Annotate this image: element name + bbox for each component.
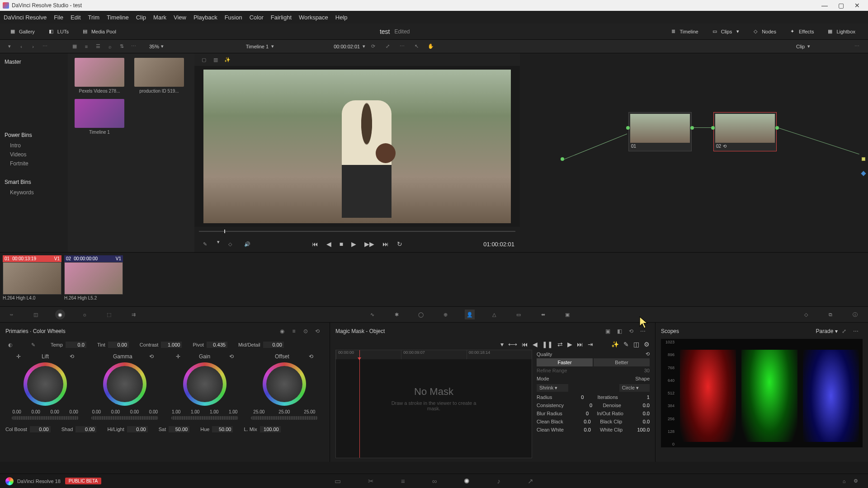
- shape-select[interactable]: Circle ▾: [619, 384, 650, 392]
- nodes-button[interactable]: ◇Nodes: [747, 26, 781, 37]
- reset-icon[interactable]: ⟲: [312, 326, 322, 336]
- settings-icon[interactable]: ⚙: [644, 341, 650, 348]
- more-icon[interactable]: ⋯: [638, 326, 648, 336]
- pivot-input[interactable]: [207, 342, 227, 348]
- menu-edit[interactable]: Edit: [71, 14, 80, 21]
- page-color-icon[interactable]: ✺: [464, 477, 470, 485]
- middetail-input[interactable]: [263, 342, 284, 348]
- media-clip[interactable]: Timeline 1: [72, 99, 127, 135]
- power-bins-header[interactable]: Power Bins: [3, 130, 65, 140]
- lmix-input[interactable]: [260, 426, 281, 432]
- graph-alpha-out-icon[interactable]: [861, 171, 866, 176]
- menu-file[interactable]: File: [54, 14, 63, 21]
- radius-value[interactable]: 0: [566, 394, 584, 400]
- master-bin[interactable]: Master: [3, 57, 65, 67]
- nav-back-icon[interactable]: ‹: [16, 42, 26, 52]
- smart-bins-header[interactable]: Smart Bins: [3, 177, 65, 187]
- viewer-timecode[interactable]: 00:00:02:01: [334, 44, 360, 49]
- menu-mark[interactable]: Mark: [153, 14, 166, 21]
- scope-expand-icon[interactable]: ⤢: [839, 326, 849, 336]
- lift-wheel[interactable]: [24, 362, 67, 406]
- more-icon[interactable]: ⋯: [397, 42, 407, 52]
- magic-mask-icon[interactable]: 👤: [465, 310, 475, 319]
- maximize-button[interactable]: ▢: [833, 0, 849, 11]
- scopes-icon[interactable]: ⧉: [826, 310, 835, 319]
- bclp-value[interactable]: 0.0: [632, 419, 650, 424]
- prev-frame-icon[interactable]: ◀: [326, 240, 331, 248]
- range-icon[interactable]: ⟷: [508, 341, 517, 348]
- cwht-value[interactable]: 0.0: [573, 427, 591, 432]
- quality-better[interactable]: Better: [594, 358, 650, 366]
- audio-icon[interactable]: 🔊: [242, 239, 252, 249]
- auto-balance-icon[interactable]: ◐: [5, 340, 15, 350]
- menu-workspace[interactable]: Workspace: [299, 14, 328, 21]
- viewer-scrubber[interactable]: [194, 227, 520, 236]
- track-last-icon[interactable]: ⏭: [577, 341, 583, 348]
- gallery-button[interactable]: ▦Gallery: [5, 26, 39, 37]
- chevron-down-icon[interactable]: ▾: [363, 43, 365, 49]
- blur-value[interactable]: 0: [571, 411, 589, 416]
- sat-input[interactable]: [169, 426, 189, 432]
- bypass-icon[interactable]: ⟳: [368, 42, 378, 52]
- page-deliver-icon[interactable]: ↗: [528, 477, 533, 485]
- qualifier-icon[interactable]: ✎: [200, 239, 210, 249]
- mode-select[interactable]: Shrink ▾: [537, 384, 568, 392]
- log-mode-icon[interactable]: ⊙: [301, 326, 311, 336]
- chevron-down-icon[interactable]: ▾: [835, 328, 838, 334]
- loop-icon[interactable]: ↻: [397, 240, 402, 248]
- qualifier-icon[interactable]: ✱: [392, 310, 401, 319]
- last-frame-icon[interactable]: ⏭: [382, 240, 389, 248]
- project-settings-icon[interactable]: ⚙: [851, 476, 861, 486]
- effects-button[interactable]: ✦Effects: [784, 26, 818, 37]
- quality-faster[interactable]: Faster: [537, 358, 593, 366]
- bin-dropdown-icon[interactable]: ▾: [5, 42, 14, 52]
- 3d-icon[interactable]: ▣: [562, 310, 572, 319]
- viewer-frame[interactable]: [194, 66, 520, 227]
- hue-input[interactable]: [212, 426, 233, 432]
- reset-icon[interactable]: ⟲: [309, 353, 313, 360]
- node-02[interactable]: 02⟲: [713, 112, 777, 151]
- chevron-down-icon[interactable]: ▾: [807, 43, 810, 49]
- den-value[interactable]: 0.0: [632, 403, 650, 408]
- view-thumbs-icon[interactable]: ▦: [70, 42, 80, 52]
- gain-jog[interactable]: [171, 416, 238, 420]
- lift-jog[interactable]: [12, 416, 79, 420]
- page-fusion-icon[interactable]: ∞: [432, 477, 437, 485]
- temp-input[interactable]: [66, 342, 86, 348]
- iter-value[interactable]: 1: [632, 394, 650, 400]
- more-icon[interactable]: ⋯: [40, 42, 50, 52]
- reset-icon[interactable]: ⟲: [70, 353, 74, 360]
- node-mode[interactable]: Clip: [796, 44, 805, 49]
- pick-white-icon[interactable]: ✎: [28, 340, 38, 350]
- crosshair-icon[interactable]: ✛: [16, 353, 21, 360]
- blur-icon[interactable]: △: [489, 310, 499, 319]
- media-pool-button[interactable]: ▤Media Pool: [77, 26, 121, 37]
- nav-fwd-icon[interactable]: ›: [28, 42, 38, 52]
- stroke-icon[interactable]: ✎: [623, 341, 629, 348]
- track-all-icon[interactable]: ⇥: [588, 341, 593, 348]
- mask-toggle-icon[interactable]: ▣: [603, 326, 613, 336]
- reset-icon[interactable]: ⟲: [646, 351, 650, 357]
- chevron-down-icon[interactable]: ▾: [217, 239, 220, 249]
- custom-curves-icon[interactable]: ∿: [367, 310, 377, 319]
- timeline-name[interactable]: Timeline 1: [246, 44, 269, 49]
- tracker-icon[interactable]: ⊕: [440, 310, 450, 319]
- node-01[interactable]: 01: [628, 112, 692, 151]
- menu-fairlight[interactable]: Fairlight: [271, 14, 292, 21]
- clips-button[interactable]: ▭Clips▾: [707, 26, 744, 37]
- offset-wheel[interactable]: [263, 362, 306, 406]
- timeline-clip[interactable]: 0100:00:13:19V1 H.264 High L4.0: [3, 255, 61, 300]
- bin-fortnite[interactable]: Fortnite: [3, 159, 65, 168]
- close-button[interactable]: ✕: [849, 0, 865, 11]
- expand-icon[interactable]: ⤢: [382, 42, 392, 52]
- highlight-icon[interactable]: ▢: [199, 55, 209, 65]
- key-icon[interactable]: ▭: [514, 310, 524, 319]
- next-frame-icon[interactable]: ▶▶: [364, 240, 374, 248]
- info-icon[interactable]: ⓘ: [850, 310, 860, 319]
- media-clip[interactable]: production ID 519...: [132, 58, 186, 94]
- unmix-icon[interactable]: ◇: [225, 239, 235, 249]
- hand-tool-icon[interactable]: ✋: [426, 42, 436, 52]
- menu-playback[interactable]: Playback: [193, 14, 217, 21]
- first-frame-icon[interactable]: ⏮: [312, 240, 318, 248]
- sort-icon[interactable]: ⇅: [117, 42, 127, 52]
